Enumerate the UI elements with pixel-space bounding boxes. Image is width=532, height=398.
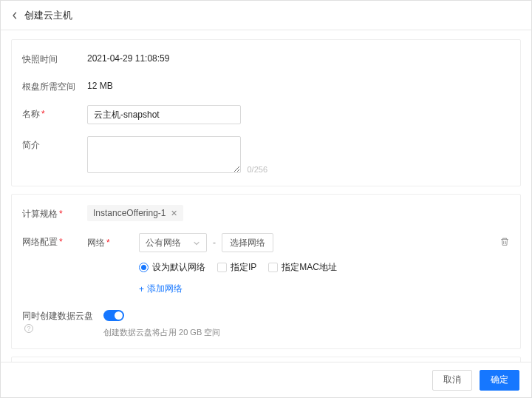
cancel-button[interactable]: 取消 xyxy=(432,370,472,391)
network-sub-label: 网络* xyxy=(87,237,133,249)
desc-label: 简介 xyxy=(22,136,87,152)
network-config-label: 网络配置* xyxy=(22,233,87,249)
snapshot-panel: 快照时间 2021-04-29 11:08:59 根盘所需空间 12 MB 名称… xyxy=(11,39,521,186)
separator: - xyxy=(213,237,216,248)
confirm-button[interactable]: 确定 xyxy=(480,370,519,391)
compute-spec-tag[interactable]: InstanceOffering-1 ✕ xyxy=(87,205,183,221)
root-space-label: 根盘所需空间 xyxy=(22,78,87,93)
back-icon[interactable] xyxy=(10,10,20,21)
spec-panel: 计算规格* InstanceOffering-1 ✕ 网络配置* 网络* 公有网… xyxy=(11,194,521,349)
name-input[interactable] xyxy=(87,105,241,124)
advanced-panel: 高级设置 主存储 ? 选择主存储 物理机 选择物理机 xyxy=(11,357,521,362)
concurrent-disk-switch[interactable] xyxy=(103,310,124,321)
root-space-value: 12 MB xyxy=(87,78,510,91)
content-area: 快照时间 2021-04-29 11:08:59 根盘所需空间 12 MB 名称… xyxy=(1,30,531,362)
plus-icon: + xyxy=(139,284,144,294)
snapshot-time-value: 2021-04-29 11:08:59 xyxy=(87,50,510,64)
close-icon[interactable]: ✕ xyxy=(171,209,177,218)
desc-char-count: 0/256 xyxy=(247,165,267,174)
select-network-button[interactable]: 选择网络 xyxy=(222,233,273,252)
trash-icon[interactable] xyxy=(499,237,510,249)
page-container: 创建云主机 快照时间 2021-04-29 11:08:59 根盘所需空间 12… xyxy=(0,0,532,398)
concurrent-disk-hint: 创建数据云盘将占用 20 GB 空间 xyxy=(103,327,220,338)
help-icon[interactable]: ? xyxy=(24,324,33,333)
desc-textarea[interactable] xyxy=(87,136,241,173)
page-header: 创建云主机 xyxy=(1,1,531,30)
default-network-radio[interactable]: 设为默认网络 xyxy=(139,261,205,274)
concurrent-disk-label: 同时创建数据云盘 ? xyxy=(22,307,103,333)
specify-mac-checkbox[interactable]: 指定MAC地址 xyxy=(268,261,337,274)
page-title: 创建云主机 xyxy=(24,9,72,22)
snapshot-time-label: 快照时间 xyxy=(22,50,87,66)
chevron-down-icon xyxy=(193,239,200,246)
specify-ip-checkbox[interactable]: 指定IP xyxy=(217,261,256,274)
network-type-select[interactable]: 公有网络 xyxy=(139,233,207,252)
compute-spec-label: 计算规格* xyxy=(22,205,87,220)
add-network-button[interactable]: + 添加网络 xyxy=(139,283,183,295)
name-label: 名称* xyxy=(22,105,87,121)
footer: 取消 确定 xyxy=(1,362,531,397)
